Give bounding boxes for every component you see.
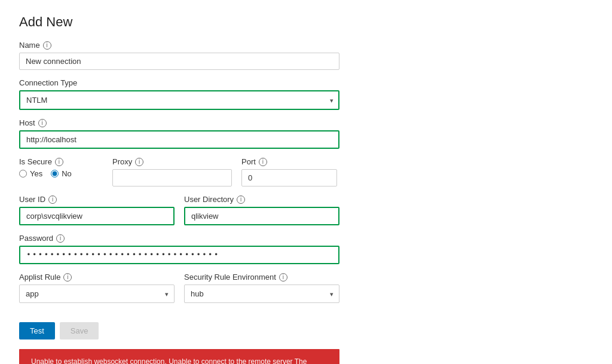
is-secure-yes-radio[interactable]: Yes (19, 169, 42, 178)
port-input[interactable] (241, 169, 337, 186)
applist-rule-select-wrapper: app all none ▾ (19, 285, 175, 303)
is-secure-no-radio[interactable]: No (51, 169, 72, 178)
name-field-group: Name i (19, 41, 339, 70)
applist-rule-info-icon[interactable]: i (63, 273, 72, 282)
password-label: Password i (19, 234, 339, 243)
name-info-icon[interactable]: i (43, 41, 51, 50)
name-label: Name i (19, 41, 339, 50)
password-info-icon[interactable]: i (56, 234, 65, 243)
user-directory-field-group: User Directory i (184, 195, 339, 225)
applist-security-row: Applist Rule i app all none ▾ Security R… (19, 273, 339, 311)
save-button: Save (60, 322, 99, 339)
user-directory-label: User Directory i (184, 195, 339, 204)
is-secure-label: Is Secure i (19, 157, 103, 166)
name-input[interactable] (19, 53, 339, 70)
port-label: Port i (241, 157, 337, 166)
port-info-icon[interactable]: i (259, 158, 267, 166)
user-directory-input[interactable] (184, 207, 339, 225)
error-banner: Unable to establish websocket connection… (19, 349, 339, 364)
security-rule-field-group: Security Rule Environment i hub qmc both… (184, 273, 339, 303)
security-rule-info-icon[interactable]: i (279, 273, 287, 282)
connection-type-label: Connection Type (19, 78, 339, 87)
user-directory-info-icon[interactable]: i (237, 195, 245, 204)
security-rule-select-wrapper: hub qmc both ▾ (184, 285, 339, 303)
host-info-icon[interactable]: i (38, 119, 47, 127)
connection-type-field-group: Connection Type NTLM Basic Kerberos None… (19, 78, 339, 110)
connection-type-select-wrapper: NTLM Basic Kerberos None ▾ (19, 90, 339, 110)
page-title: Add New (19, 14, 339, 30)
proxy-field-group: Proxy i (112, 157, 232, 186)
user-id-label: User ID i (19, 195, 175, 204)
host-field-group: Host i (19, 118, 339, 149)
applist-rule-field-group: Applist Rule i app all none ▾ (19, 273, 175, 303)
proxy-info-icon[interactable]: i (135, 158, 143, 166)
user-id-field-group: User ID i (19, 195, 175, 225)
test-button[interactable]: Test (19, 322, 55, 339)
applist-rule-label: Applist Rule i (19, 273, 175, 282)
user-id-directory-row: User ID i User Directory i (19, 195, 339, 234)
password-field-group: Password i (19, 234, 339, 264)
is-secure-proxy-port-row: Is Secure i Yes No Proxy i (19, 157, 339, 195)
is-secure-radio-group: Yes No (19, 169, 103, 178)
security-rule-select[interactable]: hub qmc both (184, 285, 339, 303)
host-input[interactable] (19, 130, 339, 149)
password-input[interactable] (19, 246, 339, 264)
proxy-input[interactable] (112, 169, 232, 186)
is-secure-info-icon[interactable]: i (55, 158, 63, 166)
button-row: Test Save (19, 322, 339, 339)
connection-type-select[interactable]: NTLM Basic Kerberos None (19, 90, 339, 110)
is-secure-field-group: Is Secure i Yes No (19, 157, 103, 178)
user-id-input[interactable] (19, 207, 175, 225)
error-message: Unable to establish websocket connection… (31, 357, 307, 364)
applist-rule-select[interactable]: app all none (19, 285, 175, 303)
security-rule-label: Security Rule Environment i (184, 273, 339, 282)
proxy-label: Proxy i (112, 157, 232, 166)
host-label: Host i (19, 118, 339, 127)
port-field-group: Port i (241, 157, 337, 186)
user-id-info-icon[interactable]: i (48, 195, 57, 204)
